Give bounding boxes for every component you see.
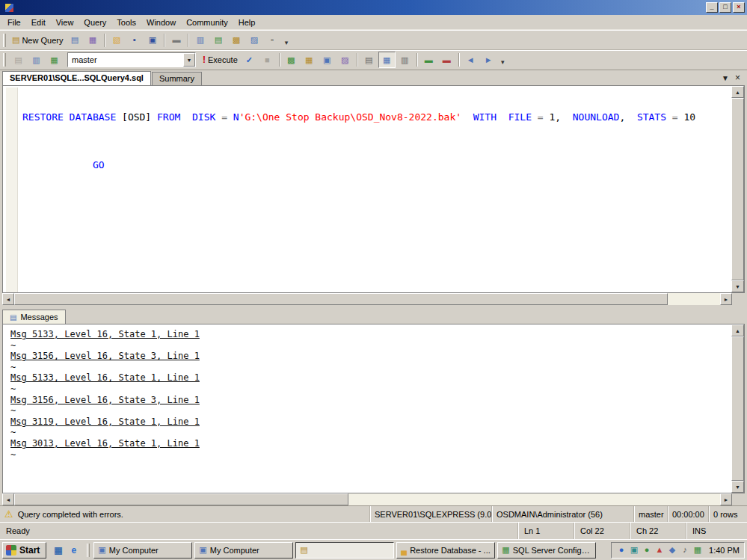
- results-to-file-icon: ▥: [401, 56, 408, 64]
- message-line: ~: [10, 427, 731, 438]
- sql-token: GO: [93, 159, 105, 170]
- minimize-button[interactable]: _: [706, 2, 718, 13]
- maximize-button[interactable]: □: [719, 2, 731, 13]
- results-to-file-button[interactable]: ▥: [396, 52, 414, 68]
- disconnect-button[interactable]: ▥: [28, 52, 45, 68]
- tray-alert-icon[interactable]: ▲: [654, 546, 665, 554]
- scroll-up-icon[interactable]: ▲: [731, 324, 744, 336]
- properties-window-button[interactable]: ▫: [263, 32, 280, 49]
- scrollbar-thumb[interactable]: [14, 293, 668, 305]
- toolbar-separator: [416, 53, 417, 67]
- app-icon: [4, 3, 14, 13]
- menu-item-view[interactable]: View: [51, 16, 79, 29]
- taskbar-button[interactable]: ▣My Computer: [93, 542, 192, 559]
- decrease-indent-button[interactable]: ◄: [462, 52, 479, 68]
- scroll-up-icon[interactable]: ▲: [731, 86, 744, 98]
- quick-launch-show-desktop-icon[interactable]: ▦: [52, 544, 64, 556]
- scrollbar-thumb[interactable]: [14, 493, 348, 505]
- change-connection-button[interactable]: ▦: [46, 52, 63, 68]
- tray-messenger-icon[interactable]: ●: [616, 546, 627, 554]
- scroll-left-icon[interactable]: ◄: [2, 293, 14, 305]
- sql-editor[interactable]: RESTORE DATABASE [OSD] FROM DISK = N'G:\…: [3, 86, 731, 292]
- print-button[interactable]: ▬: [167, 32, 185, 49]
- quick-launch-internet-explorer-icon[interactable]: e: [67, 544, 80, 556]
- results-to-text-button[interactable]: ▤: [360, 52, 378, 68]
- title-bar[interactable]: _ □ ×: [0, 0, 747, 15]
- scroll-down-icon[interactable]: ▼: [731, 481, 744, 493]
- tab-sqlquery4[interactable]: SERVER01\SQLE...SQLQuery4.sql: [2, 71, 151, 85]
- show-estimated-plan-button[interactable]: ▩: [283, 52, 300, 68]
- results-to-grid-button[interactable]: ▦: [378, 52, 396, 68]
- tray-antivirus-icon[interactable]: ▣: [629, 546, 639, 554]
- menu-item-file[interactable]: File: [2, 16, 26, 29]
- scroll-right-icon[interactable]: ►: [720, 293, 732, 305]
- editor-vertical-scrollbar[interactable]: ▲ ▼: [731, 86, 744, 292]
- menu-item-tools[interactable]: Tools: [111, 16, 141, 29]
- tab-messages[interactable]: ▤ Messages: [2, 310, 66, 324]
- editor-horizontal-scrollbar[interactable]: ◄ ►: [2, 293, 745, 305]
- start-button[interactable]: Start: [2, 542, 46, 559]
- message-line: ~: [10, 340, 731, 351]
- messages-vertical-scrollbar[interactable]: ▲ ▼: [731, 324, 744, 493]
- template-explorer-button[interactable]: ▨: [245, 32, 262, 49]
- taskbar-button[interactable]: ▄Restore Database - ...: [396, 542, 495, 559]
- specify-template-values-button[interactable]: ▨: [336, 52, 354, 68]
- execute-icon: !: [203, 55, 206, 65]
- menu-item-edit[interactable]: Edit: [26, 16, 51, 29]
- editor-pane: RESTORE DATABASE [OSD] FROM DISK = N'G:\…: [2, 85, 745, 293]
- design-query-button[interactable]: ▣: [319, 52, 336, 68]
- new-query-button[interactable]: ▤ New Query: [10, 32, 65, 49]
- execute-label: Execute: [208, 55, 238, 64]
- scroll-down-icon[interactable]: ▼: [731, 280, 744, 292]
- status-server: SERVER01\SQLEXPRESS (9.0 SP2): [369, 506, 491, 522]
- toolbar-grip[interactable]: [3, 34, 6, 47]
- scrollbar-thumb[interactable]: [731, 98, 744, 280]
- database-combo[interactable]: master ▼: [67, 52, 196, 67]
- open-file-button[interactable]: ▧: [108, 32, 125, 49]
- scrollbar-track[interactable]: [348, 493, 720, 505]
- tray-network-icon[interactable]: ▦: [692, 546, 703, 554]
- parse-query-button[interactable]: ✓: [241, 52, 258, 68]
- tab-close-icon[interactable]: ×: [735, 73, 740, 83]
- sql-token: 10: [684, 111, 696, 123]
- tray-volume-icon[interactable]: ♪: [680, 546, 690, 554]
- increase-indent-button[interactable]: ►: [480, 52, 497, 68]
- analyze-query-button[interactable]: ▦: [301, 52, 318, 68]
- toolbar-grip[interactable]: [3, 53, 6, 67]
- scrollbar-corner: [732, 493, 745, 505]
- menu-item-help[interactable]: Help: [233, 16, 261, 29]
- scroll-right-icon[interactable]: ►: [720, 493, 732, 505]
- scrollbar-thumb[interactable]: [731, 336, 744, 481]
- close-button[interactable]: ×: [733, 2, 745, 13]
- new-analysis-service-query-button[interactable]: ▦: [84, 32, 101, 49]
- new-database-engine-query-icon: ▤: [71, 36, 79, 44]
- scroll-left-icon[interactable]: ◄: [2, 493, 14, 505]
- sql-token: 'G:\One Stop Backup\OSD_Nov8-2022.bak': [239, 111, 461, 123]
- registered-servers-button[interactable]: ▥: [191, 32, 209, 49]
- taskbar-button[interactable]: ▣My Computer: [194, 542, 293, 559]
- taskbar-button[interactable]: ▦SQL Server Configur...: [497, 542, 596, 559]
- object-explorer-button[interactable]: ▩: [227, 32, 245, 49]
- uncomment-lines-button[interactable]: ▬: [438, 52, 455, 68]
- menu-item-query[interactable]: Query: [79, 16, 111, 29]
- summary-page-button[interactable]: ▤: [209, 32, 227, 49]
- toolbar-overflow-icon[interactable]: ▾: [281, 32, 291, 49]
- menu-item-community[interactable]: Community: [181, 16, 233, 29]
- tab-list-dropdown-icon[interactable]: ▼: [722, 74, 729, 82]
- comment-lines-button[interactable]: ▬: [420, 52, 437, 68]
- tray-safely-remove-icon[interactable]: ◆: [667, 546, 677, 554]
- messages-content[interactable]: Msg 5133, Level 16, State 1, Line 1~Msg …: [3, 324, 731, 493]
- messages-horizontal-scrollbar[interactable]: ◄ ►: [2, 493, 745, 505]
- execute-button[interactable]: ! Execute: [200, 52, 240, 68]
- menu-item-window[interactable]: Window: [141, 16, 181, 29]
- toolbar-overflow-icon[interactable]: ▾: [498, 52, 508, 68]
- scrollbar-track[interactable]: [668, 293, 720, 305]
- combo-dropdown-icon[interactable]: ▼: [183, 53, 195, 67]
- taskbar-button[interactable]: ▤: [295, 542, 394, 559]
- new-database-engine-query-button[interactable]: ▤: [66, 32, 83, 49]
- save-button[interactable]: ▪: [126, 32, 143, 49]
- save-all-button[interactable]: ▣: [144, 32, 161, 49]
- tray-agent-icon[interactable]: ●: [642, 546, 652, 554]
- sql-token: [461, 111, 473, 123]
- tab-summary[interactable]: Summary: [152, 72, 202, 85]
